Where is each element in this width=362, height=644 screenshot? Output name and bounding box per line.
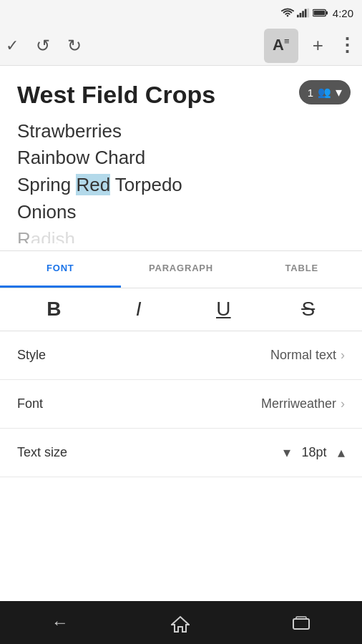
- svg-rect-9: [293, 619, 309, 629]
- text-size-label: Text size: [17, 445, 67, 460]
- style-value: Normal text ›: [270, 348, 345, 363]
- document-title: West Field Crops: [17, 80, 345, 109]
- font-value: Merriweather ›: [261, 396, 345, 411]
- collaborator-count: 1: [308, 87, 313, 99]
- italic-button[interactable]: I: [122, 292, 156, 326]
- content-line-2: Rainbow Chard: [17, 145, 345, 172]
- collaborator-badge[interactable]: 1 👥 ▾: [299, 80, 351, 104]
- undo-icon[interactable]: ↺: [36, 36, 50, 56]
- underline-button[interactable]: U: [206, 292, 240, 326]
- status-icons: [281, 8, 328, 18]
- font-chevron-icon: ›: [341, 396, 345, 411]
- more-icon[interactable]: ⋮: [338, 34, 356, 57]
- content-line-4: Onions: [17, 199, 345, 226]
- check-icon[interactable]: ✓: [6, 36, 19, 55]
- document-area: West Field Crops 1 👥 ▾ Strawberries Rain…: [0, 66, 362, 251]
- redo-icon[interactable]: ↻: [67, 36, 82, 56]
- text-size-controls: ▾ 18pt ▴: [283, 444, 345, 461]
- status-time: 4:20: [333, 7, 353, 19]
- svg-rect-4: [307, 9, 309, 18]
- text-size-value: 18pt: [299, 445, 329, 460]
- nav-bar: ←: [0, 601, 362, 644]
- format-button[interactable]: A≡: [264, 29, 298, 63]
- svg-marker-8: [172, 617, 189, 632]
- recent-icon[interactable]: [292, 613, 310, 633]
- text-size-increase[interactable]: ▴: [338, 444, 345, 461]
- home-icon[interactable]: [171, 613, 190, 633]
- svg-rect-6: [326, 11, 328, 15]
- text-size-decrease[interactable]: ▾: [283, 444, 290, 461]
- format-a-icon: A≡: [273, 36, 289, 54]
- tab-bar: FONT PARAGRAPH TABLE: [0, 251, 362, 288]
- svg-rect-2: [302, 11, 304, 17]
- svg-rect-3: [305, 9, 307, 18]
- bold-button[interactable]: B: [36, 292, 71, 326]
- text-size-row: Text size ▾ 18pt ▴: [0, 429, 362, 477]
- toolbar-right: A≡ + ⋮: [264, 29, 356, 63]
- collaborator-icon: 👥: [318, 86, 331, 99]
- battery-icon: [313, 9, 328, 17]
- font-row[interactable]: Font Merriweather ›: [0, 380, 362, 429]
- document-content: Strawberries Rainbow Chard Spring Red To…: [17, 118, 345, 243]
- format-buttons-row: B I U S: [0, 288, 362, 331]
- status-bar: 4:20: [0, 0, 362, 26]
- svg-rect-1: [299, 13, 301, 17]
- signal-icon: [297, 8, 310, 18]
- toolbar: ✓ ↺ ↻ A≡ + ⋮: [0, 26, 362, 66]
- style-chevron-icon: ›: [341, 348, 345, 363]
- add-icon[interactable]: +: [313, 34, 323, 57]
- tab-table[interactable]: TABLE: [241, 251, 362, 288]
- svg-rect-10: [296, 617, 306, 619]
- svg-rect-7: [313, 11, 325, 15]
- back-icon[interactable]: ←: [52, 613, 69, 633]
- content-line-3: Spring Red Torpedo: [17, 172, 345, 199]
- tab-font[interactable]: FONT: [0, 251, 121, 288]
- strikethrough-button[interactable]: S: [291, 292, 326, 326]
- content-line-1: Strawberries: [17, 118, 345, 145]
- chevron-down-icon: ▾: [336, 84, 342, 100]
- font-label: Font: [17, 396, 43, 411]
- style-label: Style: [17, 348, 46, 363]
- svg-rect-0: [297, 15, 299, 18]
- style-row[interactable]: Style Normal text ›: [0, 331, 362, 380]
- content-line-5: Radish: [17, 226, 345, 243]
- tab-paragraph[interactable]: PARAGRAPH: [121, 251, 242, 288]
- content-pre: Spring: [17, 174, 76, 195]
- content-highlighted: Red: [76, 174, 110, 195]
- wifi-icon: [281, 8, 294, 18]
- content-post: Torpedo: [110, 174, 182, 195]
- toolbar-left: ✓ ↺ ↻: [6, 36, 82, 56]
